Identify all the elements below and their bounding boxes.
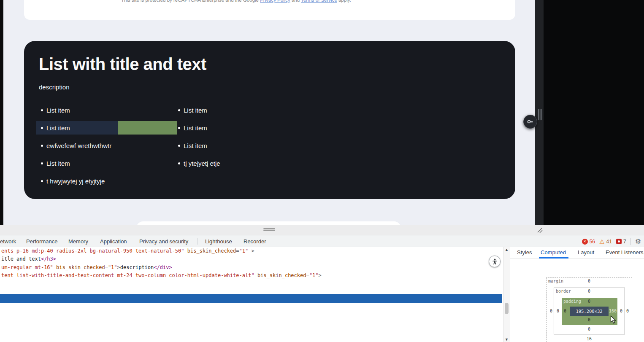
box-model-content[interactable]: 195.200×32 xyxy=(570,307,609,316)
elements-scrollbar[interactable]: ▲ ▼ xyxy=(503,247,510,342)
tab-recorder[interactable]: Recorder xyxy=(244,236,266,247)
list-item-label: List item xyxy=(46,124,70,132)
attr-value: um-regular mt-16" xyxy=(1,264,53,270)
scroll-up-icon[interactable]: ▲ xyxy=(503,248,510,252)
devtools-status-area: ✕56 ⚠41 7 ⚙ xyxy=(582,236,644,247)
attr-name: bis_skin_checked xyxy=(53,264,105,270)
border-top-value: 0 xyxy=(588,289,590,294)
accessibility-person-icon xyxy=(492,259,498,265)
margin-left-value: 0 xyxy=(550,309,552,313)
tab-event-listeners[interactable]: Event Listeners xyxy=(606,247,644,259)
devtools-drag-handle[interactable] xyxy=(263,228,275,232)
list-item-label: tj ytejyetj etje xyxy=(184,160,220,167)
list-item: List item xyxy=(176,137,220,154)
gear-icon[interactable]: ⚙ xyxy=(635,238,641,245)
border-left-value: 0 xyxy=(557,309,559,313)
window-resize-grip[interactable] xyxy=(536,226,544,234)
list-item: List item xyxy=(39,101,111,119)
tab-application[interactable]: Application xyxy=(100,236,127,247)
elements-tree: ents p-16 md:p-40 radius-2xl bg-natural-… xyxy=(0,247,503,342)
key-icon xyxy=(527,118,534,125)
tab-privacy-and-security[interactable]: Privacy and security xyxy=(139,236,188,247)
bullet-icon xyxy=(41,127,43,129)
card-title: List with title and text xyxy=(39,55,206,74)
recaptcha-suffix: apply. xyxy=(337,0,351,3)
dom-node-line[interactable]: tent list-with-title-and-text-content mt… xyxy=(1,272,322,280)
recaptcha-notice-card: This site is protected by reCAPTCHA Ente… xyxy=(24,0,515,20)
closing-tag: </h3> xyxy=(41,256,56,262)
scroll-down-icon[interactable]: ▼ xyxy=(503,337,510,342)
node-text: description xyxy=(120,264,154,270)
list-item-label: t hwyjwytej yj etyjtyje xyxy=(46,178,105,185)
issues-count: 7 xyxy=(623,239,626,245)
mouse-cursor xyxy=(610,315,616,326)
accessibility-button[interactable] xyxy=(489,256,501,267)
padding-right-value: 160 xyxy=(609,309,617,313)
selected-dom-node-row[interactable] xyxy=(0,294,502,303)
tab-performance[interactable]: Performance xyxy=(26,236,57,247)
list-item: List item xyxy=(39,154,111,172)
tab-memory[interactable]: Memory xyxy=(68,236,88,247)
sidebar-tabs: Styles Computed Layout Event Listeners xyxy=(510,247,644,259)
attr-name: bis_skin_checked xyxy=(254,272,306,278)
scrollbar-thumb[interactable] xyxy=(505,303,509,314)
dom-node-line[interactable]: um-regular mt-16" bis_skin_checked="1">d… xyxy=(1,264,172,272)
drawer-handle[interactable] xyxy=(538,109,543,120)
tab-layout[interactable]: Layout xyxy=(578,247,594,259)
error-icon: ✕ xyxy=(582,239,588,245)
bullet-icon xyxy=(41,109,43,111)
devtools-resize-strip xyxy=(0,225,644,235)
tab-lighthouse[interactable]: Lighthouse xyxy=(205,236,232,247)
issues-icon xyxy=(616,239,622,244)
bullet-icon xyxy=(41,162,43,164)
attr-value: ents p-16 md:p-40 radius-2xl bg-natural-… xyxy=(1,248,184,254)
list-item: tj ytejyetj etje xyxy=(176,154,220,172)
list-column-left: List item List item ewfwefewf wrethwthwt… xyxy=(39,101,111,190)
list-column-right: List item List item List item tj ytejyet… xyxy=(176,101,220,172)
list-item: ewfwefewf wrethwthwtr xyxy=(39,137,111,154)
recaptcha-and: and xyxy=(290,0,301,3)
bullet-icon xyxy=(178,162,180,164)
error-count-badge[interactable]: ✕56 xyxy=(582,239,595,245)
margin-bottom-value: 16 xyxy=(587,337,592,341)
list-item: List item xyxy=(176,119,220,137)
terms-of-service-link[interactable]: Terms of Service xyxy=(301,0,337,3)
margin-label: margin xyxy=(548,279,563,283)
attr-name: bis_skin_checked xyxy=(184,248,236,254)
devtools-toolbar: etwork Performance Memory Application Pr… xyxy=(0,235,644,247)
list-item: List item xyxy=(39,119,111,137)
tab-network[interactable]: etwork xyxy=(0,236,16,247)
card-description: description xyxy=(39,83,70,91)
toolbar-separator xyxy=(197,238,198,245)
attr-value: "1" xyxy=(309,272,319,278)
bullet-icon xyxy=(178,127,180,129)
list-item-label: List item xyxy=(184,142,207,149)
inspect-highlight-padding xyxy=(118,121,177,135)
styles-sidebar: Styles Computed Layout Event Listeners 1… xyxy=(510,247,644,342)
devtools-panel: etwork Performance Memory Application Pr… xyxy=(0,235,644,342)
tab-computed[interactable]: Computed xyxy=(541,247,566,259)
dom-node-line[interactable]: ents p-16 md:p-40 radius-2xl bg-natural-… xyxy=(1,247,254,255)
dom-node-line[interactable]: itle and text</h3> xyxy=(1,255,56,263)
list-item: t hwyjwytej yj etyjtyje xyxy=(39,172,111,190)
issues-count-badge[interactable]: 7 xyxy=(616,239,626,245)
extension-floating-button[interactable] xyxy=(523,115,537,129)
warning-count: 41 xyxy=(606,239,612,245)
list-item-label: List item xyxy=(46,107,70,114)
warning-count-badge[interactable]: ⚠41 xyxy=(599,239,612,245)
padding-bottom-value: 0 xyxy=(588,318,590,322)
list-item-label: List item xyxy=(184,124,207,132)
list-item-label: List item xyxy=(184,107,207,114)
equals-sign: = xyxy=(236,248,239,254)
error-count: 56 xyxy=(590,239,595,245)
list-item-label: List item xyxy=(46,160,70,167)
tag-close: > xyxy=(117,264,120,270)
tab-styles[interactable]: Styles xyxy=(517,247,532,259)
attr-value: "1" xyxy=(239,248,249,254)
padding-label: padding xyxy=(563,299,581,304)
equals-sign: = xyxy=(105,264,108,270)
padding-top-value: 0 xyxy=(588,299,590,304)
window-background xyxy=(544,0,644,225)
privacy-policy-link[interactable]: Privacy Policy xyxy=(260,0,290,3)
border-bottom-value: 0 xyxy=(588,327,590,331)
